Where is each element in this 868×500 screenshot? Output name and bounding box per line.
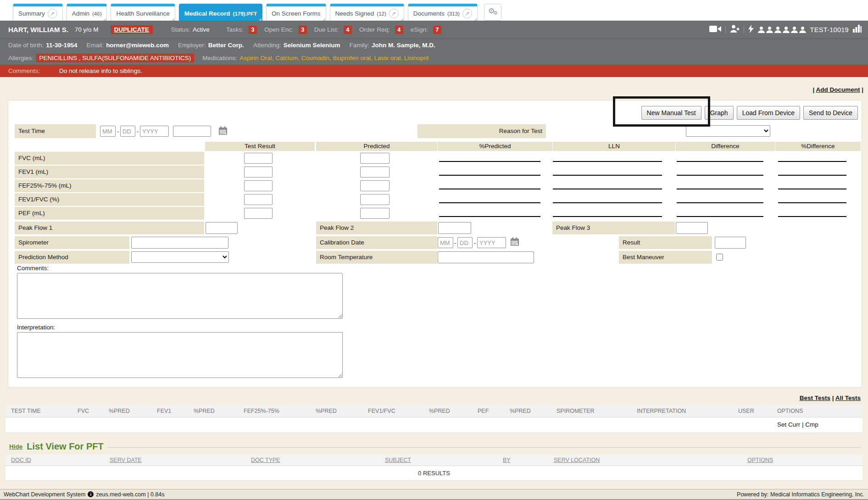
- hide-link[interactable]: Hide: [9, 443, 22, 450]
- popout-icon[interactable]: ↗: [48, 9, 57, 18]
- tab-on-screen-forms[interactable]: On Screen Forms: [266, 4, 326, 21]
- fev1-pct-predicted-line: [439, 175, 540, 176]
- list-col-serv-location[interactable]: SERV LOCATION: [554, 455, 600, 466]
- chart-tabs-settings-button[interactable]: ⚙ ⚙: [484, 4, 501, 21]
- calibration-day-input[interactable]: [457, 237, 473, 248]
- open-enc-count-badge[interactable]: 3: [299, 26, 307, 34]
- results-col-fev1: FEV1: [157, 405, 171, 417]
- list-col-doc-type[interactable]: DOC TYPE: [251, 455, 280, 466]
- best-maneuver-label: Best Maneuver: [619, 251, 712, 264]
- send-to-device-button[interactable]: Send to Device: [803, 106, 858, 120]
- pft-toolbar: New Manual Test Graph Load From Device S…: [641, 106, 858, 120]
- calendar-icon[interactable]: [218, 126, 228, 137]
- lightning-icon[interactable]: [748, 25, 754, 35]
- set-curr-link[interactable]: Set Curr: [777, 421, 800, 428]
- pef-lln-line: [553, 216, 662, 217]
- graph-button[interactable]: Graph: [705, 106, 734, 120]
- tab-documents[interactable]: Documents (313) ↗: [408, 4, 478, 21]
- calibration-year-input[interactable]: [477, 237, 506, 248]
- tab-needs-signed[interactable]: Needs Signed (12) ↗: [330, 4, 404, 21]
- column-header-test-result: Test Result: [205, 142, 315, 151]
- fef-test-result-input[interactable]: [244, 180, 273, 191]
- heading-rule: [108, 447, 861, 448]
- fev1-fvc-pct-difference-line: [778, 202, 846, 203]
- cmp-link[interactable]: Cmp: [805, 421, 818, 428]
- add-document-links: | Add Document |: [812, 86, 863, 93]
- results-col-spirometer: SPIROMETER: [556, 405, 595, 417]
- tab-summary[interactable]: Summary ↗: [13, 4, 63, 21]
- fef-predicted-input[interactable]: [360, 180, 389, 191]
- comments-textarea[interactable]: [17, 273, 343, 319]
- fvc-test-result-input[interactable]: [244, 153, 273, 164]
- order-req-count-badge[interactable]: 4: [395, 26, 403, 34]
- best-tests-link[interactable]: Best Tests: [800, 394, 830, 401]
- fef-lln-line: [553, 189, 662, 189]
- tab-label: On Screen Forms: [272, 10, 321, 17]
- info-icon[interactable]: i: [88, 491, 94, 497]
- test-time-year-input[interactable]: [140, 126, 169, 137]
- fev1-test-result-input[interactable]: [244, 167, 273, 178]
- tab-health-surveillance[interactable]: Health Surveillance: [111, 4, 175, 21]
- tab-label: Medical Record: [184, 10, 230, 17]
- fev1-fvc-predicted-input[interactable]: [360, 194, 389, 205]
- fev1-predicted-input[interactable]: [360, 167, 389, 178]
- pef-test-result-input[interactable]: [244, 208, 273, 219]
- patient-group-icons[interactable]: [758, 27, 806, 33]
- popout-icon[interactable]: ↗: [389, 9, 399, 18]
- tab-medical-record[interactable]: Medical Record (179):PFT: [179, 4, 262, 21]
- fev1-fvc-test-result-input[interactable]: [244, 194, 273, 205]
- popout-icon[interactable]: ↗: [462, 9, 472, 18]
- test-time-time-input[interactable]: [173, 126, 211, 137]
- calibration-month-input[interactable]: [438, 237, 453, 248]
- due-list-count-badge[interactable]: 4: [344, 26, 352, 34]
- peak-flow-1-label: Peak Flow 1: [15, 222, 204, 234]
- list-col-options[interactable]: OPTIONS: [747, 455, 773, 466]
- tab-count: (179):PFT: [233, 11, 257, 17]
- comments-text: Do not release info to siblings.: [59, 67, 142, 74]
- video-camera-icon[interactable]: [709, 25, 721, 34]
- list-col-doc-id[interactable]: DOC ID: [11, 455, 31, 466]
- tasks-count-badge[interactable]: 3: [249, 26, 257, 34]
- row-label: FEV1 (mL): [15, 166, 204, 178]
- result-input[interactable]: [715, 237, 746, 249]
- pef-predicted-input[interactable]: [360, 208, 389, 219]
- list-col-subject[interactable]: SUBJECT: [385, 455, 411, 466]
- test-time-day-input[interactable]: [120, 126, 135, 137]
- allergies-badge[interactable]: PENICILLINS , SULFA(SULFONAMIDE ANTIBIOT…: [36, 54, 195, 62]
- patient-banner-row2: Date of birth: 11-30-1954 Email: horner@…: [0, 39, 868, 51]
- results-col-pef: PEF: [478, 405, 489, 417]
- test-time-month-input[interactable]: [100, 126, 116, 137]
- add-person-icon[interactable]: [730, 25, 740, 34]
- duplicate-badge[interactable]: DUPLICATE: [111, 25, 153, 34]
- footer-powered-by: Powered by: Medical Informatics Engineer…: [737, 491, 864, 498]
- add-document-link[interactable]: Add Document: [816, 86, 860, 93]
- new-manual-test-button[interactable]: New Manual Test: [641, 106, 701, 120]
- list-col-serv-date[interactable]: SERV DATE: [110, 455, 142, 466]
- results-header-row: TEST TIME FVC %PRED FEV1 %PRED FEF25%-75…: [6, 405, 862, 417]
- peak-flow-1-input[interactable]: [206, 222, 238, 234]
- patient-name: HART, WILLIAM S.: [8, 26, 68, 33]
- tasks-label: Tasks:: [226, 26, 244, 33]
- peak-flow-2-input[interactable]: [438, 222, 471, 234]
- email-value[interactable]: horner@mieweb.com: [106, 42, 169, 49]
- tab-admin[interactable]: Admin (46): [67, 4, 107, 21]
- reason-for-test-select[interactable]: [686, 125, 770, 137]
- bar-chart-icon[interactable]: [853, 25, 862, 34]
- best-maneuver-checkbox[interactable]: [716, 254, 723, 261]
- room-temperature-input[interactable]: [438, 251, 534, 263]
- list-col-by[interactable]: BY: [503, 455, 511, 466]
- fvc-predicted-input[interactable]: [360, 153, 389, 164]
- footer-left: WebChart Development System i zeus.med-w…: [4, 491, 164, 498]
- pef-pct-difference-line: [778, 216, 846, 217]
- prediction-method-select[interactable]: [131, 251, 229, 263]
- all-tests-link[interactable]: All Tests: [835, 394, 861, 401]
- medications-list[interactable]: Aspirin Oral, Calcium, Coumadin, ibuprof…: [239, 55, 428, 61]
- interpretation-field-label: Interpretation:: [17, 324, 55, 331]
- load-from-device-button[interactable]: Load From Device: [737, 106, 800, 120]
- spirometer-input[interactable]: [131, 237, 228, 249]
- calendar-icon[interactable]: [510, 237, 519, 248]
- interpretation-textarea[interactable]: [17, 332, 343, 378]
- pef-difference-line: [677, 216, 763, 217]
- peak-flow-3-input[interactable]: [676, 222, 708, 234]
- esign-count-badge[interactable]: 7: [433, 26, 441, 34]
